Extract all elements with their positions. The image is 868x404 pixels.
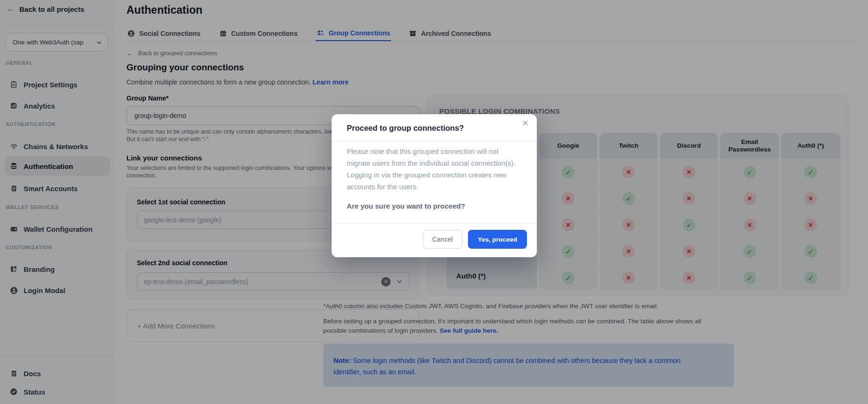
modal-divider xyxy=(332,223,537,223)
modal-question: Are you sure you want to proceed? xyxy=(347,202,465,210)
modal-body-text: Please note that this grouped connection… xyxy=(347,145,522,193)
yes-proceed-button[interactable]: Yes, proceed xyxy=(468,230,527,249)
cancel-button[interactable]: Cancel xyxy=(423,230,462,249)
modal-title: Proceed to group connections? xyxy=(347,124,464,133)
close-icon[interactable]: × xyxy=(522,118,528,128)
modal-divider xyxy=(332,141,537,142)
modal-buttons: Cancel Yes, proceed xyxy=(423,230,527,249)
proceed-modal: Proceed to group connections? × Please n… xyxy=(332,114,537,257)
